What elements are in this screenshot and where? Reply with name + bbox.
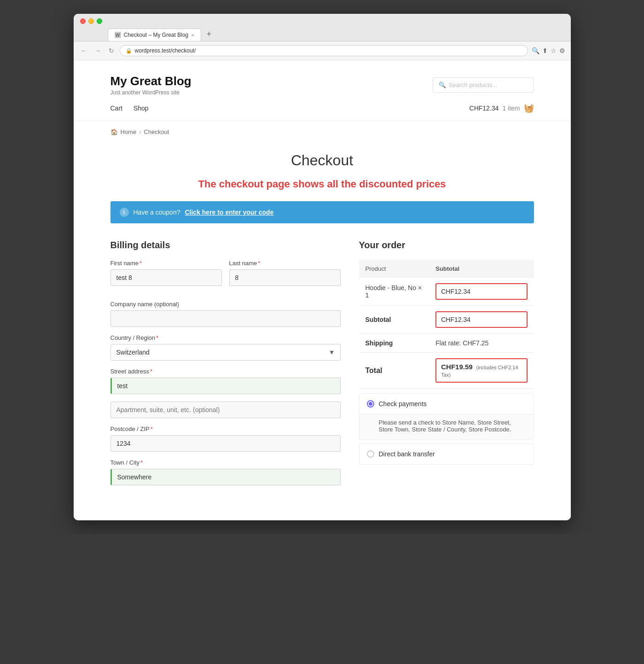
subtotal-header: Subtotal xyxy=(429,260,534,278)
company-group: Company name (optional) xyxy=(110,301,341,327)
close-button[interactable] xyxy=(80,18,86,24)
breadcrumb-home[interactable]: Home xyxy=(121,128,137,135)
coupon-banner: i Have a coupon? Click here to enter you… xyxy=(110,201,534,223)
tab-favicon: W xyxy=(115,32,121,38)
site-branding: My Great Blog Just another WordPress sit… xyxy=(110,74,191,96)
order-section-title: Your order xyxy=(359,240,534,250)
fullscreen-button[interactable] xyxy=(97,18,102,24)
required-mark-2: * xyxy=(258,260,260,267)
city-label: Town / City* xyxy=(110,459,341,466)
search-bar[interactable]: 🔍 Search products... xyxy=(433,77,534,93)
payment-methods: Check payments Please send a check to St… xyxy=(359,393,534,465)
page-content: My Great Blog Just another WordPress sit… xyxy=(74,60,571,520)
total-value-highlighted: CHF19.59 (includes CHF2.14 Tax) xyxy=(435,358,527,383)
payment-option-bank: Direct bank transfer xyxy=(359,443,534,465)
cart-info[interactable]: CHF12.34 1 item 🧺 xyxy=(470,103,534,113)
name-row: First name* Last name* xyxy=(110,260,341,293)
url-text: wordpress.test/checkout/ xyxy=(135,47,196,54)
order-row-product: Hoodie - Blue, No × 1 CHF12.34 xyxy=(359,278,534,306)
street-label: Street address* xyxy=(110,368,341,375)
breadcrumb: 🏠 Home › Checkout xyxy=(74,121,571,143)
check-payments-radio[interactable] xyxy=(367,400,374,408)
required-mark-5: * xyxy=(151,425,153,432)
subtotal-label: Subtotal xyxy=(359,306,429,334)
reload-button[interactable]: ↻ xyxy=(107,46,116,55)
country-select[interactable]: Switzerland xyxy=(110,344,341,361)
browser-window: W Checkout – My Great Blog × + ← → ↻ 🔒 w… xyxy=(74,14,571,520)
browser-tab[interactable]: W Checkout – My Great Blog × xyxy=(108,29,201,41)
site-nav: Cart Shop CHF12.34 1 item 🧺 xyxy=(74,96,571,121)
subtotal-value-highlighted: CHF12.34 xyxy=(435,311,527,328)
promo-text: The checkout page shows all the discount… xyxy=(110,178,534,190)
shipping-label: Shipping xyxy=(359,334,429,353)
last-name-input[interactable] xyxy=(229,269,341,286)
postcode-label: Postcode / ZIP* xyxy=(110,425,341,432)
site-title: My Great Blog xyxy=(110,74,191,88)
site-tagline: Just another WordPress site xyxy=(110,89,191,96)
toolbar-actions: 🔍 ⬆ ☆ ⚙ xyxy=(532,47,565,54)
street-input[interactable] xyxy=(110,378,341,394)
address-bar[interactable]: 🔒 wordpress.test/checkout/ xyxy=(120,45,528,56)
payment-check-header[interactable]: Check payments xyxy=(360,394,534,414)
subtotal-value-cell: CHF12.34 xyxy=(429,306,534,334)
apartment-input[interactable] xyxy=(110,402,341,418)
company-label: Company name (optional) xyxy=(110,301,341,308)
browser-titlebar: W Checkout – My Great Blog × + xyxy=(74,14,571,41)
order-section: Your order Product Subtotal Hoodie - xyxy=(359,240,534,493)
required-mark-3: * xyxy=(156,334,158,341)
info-icon: i xyxy=(120,208,129,217)
bank-transfer-radio[interactable] xyxy=(367,450,374,458)
order-row-total: Total CHF19.59 (includes CHF2.14 Tax) xyxy=(359,353,534,389)
total-value-cell: CHF19.59 (includes CHF2.14 Tax) xyxy=(429,353,534,389)
country-select-wrapper: Switzerland ▼ xyxy=(110,344,341,361)
total-label: Total xyxy=(359,353,429,389)
order-row-subtotal: Subtotal CHF12.34 xyxy=(359,306,534,334)
billing-section-title: Billing details xyxy=(110,240,341,250)
site-header: My Great Blog Just another WordPress sit… xyxy=(74,60,571,96)
order-row-shipping: Shipping Flat rate: CHF7.25 xyxy=(359,334,534,353)
last-name-group: Last name* xyxy=(229,260,341,286)
street-group: Street address* xyxy=(110,368,341,394)
home-icon: 🏠 xyxy=(110,128,118,135)
shipping-value: Flat rate: CHF7.25 xyxy=(429,334,534,353)
zoom-icon[interactable]: 🔍 xyxy=(532,47,540,54)
nav-cart[interactable]: Cart xyxy=(110,105,122,112)
page-title: Checkout xyxy=(110,152,534,169)
cart-items: 1 item xyxy=(502,105,520,112)
payment-bank-header[interactable]: Direct bank transfer xyxy=(360,444,534,464)
tab-bar: W Checkout – My Great Blog × + xyxy=(108,28,564,41)
check-payments-description: Please send a check to Store Name, Store… xyxy=(360,414,534,439)
bookmark-icon[interactable]: ☆ xyxy=(551,47,557,54)
product-header: Product xyxy=(359,260,429,278)
city-input[interactable] xyxy=(110,469,341,485)
first-name-input[interactable] xyxy=(110,269,222,286)
back-button[interactable]: ← xyxy=(79,46,89,55)
cart-icon: 🧺 xyxy=(524,103,534,113)
last-name-label: Last name* xyxy=(229,260,341,267)
order-table: Product Subtotal Hoodie - Blue, No × 1 C… xyxy=(359,260,534,389)
country-label: Country / Region* xyxy=(110,334,341,341)
country-group: Country / Region* Switzerland ▼ xyxy=(110,334,341,361)
forward-button[interactable]: → xyxy=(93,46,103,55)
checkout-grid: Billing details First name* Last name* xyxy=(110,240,534,493)
product-name-cell: Hoodie - Blue, No × 1 xyxy=(359,278,429,306)
coupon-link[interactable]: Click here to enter your code xyxy=(185,209,273,216)
main-content: Checkout The checkout page shows all the… xyxy=(74,143,571,520)
payment-option-check: Check payments Please send a check to St… xyxy=(359,393,534,440)
billing-section: Billing details First name* Last name* xyxy=(110,240,341,493)
breadcrumb-current: Checkout xyxy=(144,128,169,135)
cart-amount: CHF12.34 xyxy=(470,105,499,112)
postcode-input[interactable] xyxy=(110,435,341,452)
company-input[interactable] xyxy=(110,310,341,327)
minimize-button[interactable] xyxy=(88,18,94,24)
share-icon[interactable]: ⬆ xyxy=(542,47,548,54)
new-tab-button[interactable]: + xyxy=(202,28,216,41)
bank-transfer-label: Direct bank transfer xyxy=(379,450,435,458)
extensions-icon[interactable]: ⚙ xyxy=(559,47,565,54)
product-price-cell: CHF12.34 xyxy=(429,278,534,306)
nav-shop[interactable]: Shop xyxy=(133,105,149,112)
nav-links: Cart Shop xyxy=(110,105,149,112)
tab-close-button[interactable]: × xyxy=(191,32,194,38)
lock-icon: 🔒 xyxy=(126,48,132,54)
product-price-highlighted: CHF12.34 xyxy=(435,283,527,300)
